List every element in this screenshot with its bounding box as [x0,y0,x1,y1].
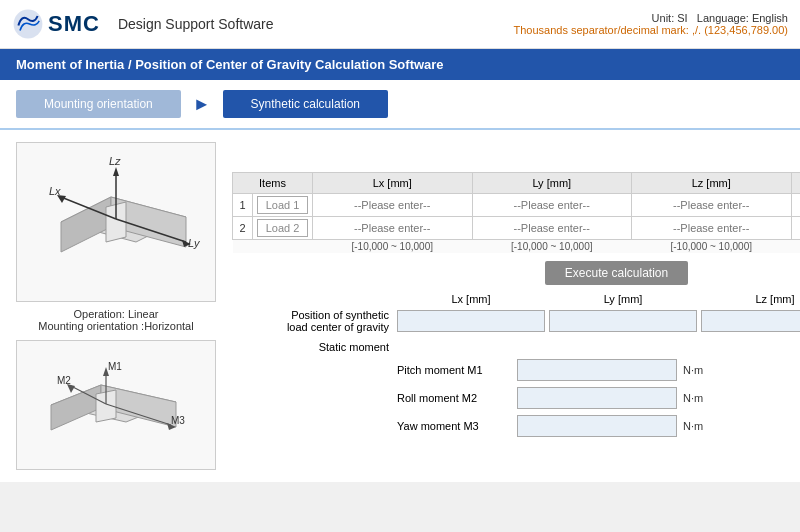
title-text: Moment of Inertia / Position of Center o… [16,57,444,72]
yaw-input[interactable] [517,415,677,437]
row2-ly-cell[interactable] [472,217,632,240]
row2-m-cell[interactable] [791,217,800,240]
svg-text:Lz: Lz [109,155,121,167]
row1-lz-cell[interactable] [632,194,792,217]
col-ly: Ly [mm] [472,173,632,194]
row1-m-input[interactable] [796,199,801,211]
loads-table: Items Lx [mm] Ly [mm] Lz [mm] m [kg] 1 [232,172,800,253]
row1-lx-input[interactable] [317,199,468,211]
left-panel: Lz Lx Ly Operation: Linear Mounting orie… [16,142,216,470]
col-lx: Lx [mm] [313,173,473,194]
svg-marker-2 [61,197,111,252]
range-row: [-10,000 ~ 10,000] [-10,000 ~ 10,000] [-… [233,240,801,254]
title-bar: Moment of Inertia / Position of Center o… [0,49,800,80]
result-col-ly: Ly [mm] [549,293,697,305]
svg-text:M1: M1 [108,361,122,372]
pitch-input[interactable] [517,359,677,381]
step1-button[interactable]: Mounting orientation [16,90,181,118]
operation-line2: Mounting orientation :Horizontal [16,320,216,332]
right-panel: Number of loads 1 2 3 4 Items Lx [mm] Ly… [232,142,800,470]
row1-ly-cell[interactable] [472,194,632,217]
gravity-ly-input[interactable] [549,310,697,332]
table-row: 2 [233,217,801,240]
pitch-unit: N·m [683,364,703,376]
svg-text:Ly: Ly [188,237,201,249]
svg-text:Lx: Lx [49,185,61,197]
range-lz: [-10,000 ~ 10,000] [632,240,792,254]
pitch-moment-row: Pitch moment M1 N·m [232,359,800,381]
pitch-label: Pitch moment M1 [397,364,517,376]
yaw-unit: N·m [683,420,703,432]
roll-input[interactable] [517,387,677,409]
static-moment-label: Static moment [232,341,397,353]
col-items: Items [233,173,313,194]
row1-name-input[interactable] [257,196,308,214]
range-m: [0.001 ~ 10,000] [791,240,800,254]
table-row: 1 [233,194,801,217]
row2-lx-cell[interactable] [313,217,473,240]
gravity-inputs [397,310,800,332]
static-moment-section: Static moment Pitch moment M1 N·m Roll m… [232,341,800,437]
wizard-bar: Mounting orientation ► Synthetic calcula… [0,80,800,130]
language-label: Language: English [697,12,788,24]
row2-m-input[interactable] [796,222,801,234]
main-content: Lz Lx Ly Operation: Linear Mounting orie… [0,130,800,482]
header-info: Unit: SI Language: English Thousands sep… [513,12,788,36]
row2-lz-cell[interactable] [632,217,792,240]
smc-logo: SMC [12,8,100,40]
row1-num: 1 [233,194,253,217]
smc-text: SMC [48,11,100,37]
gravity-lz-input[interactable] [701,310,800,332]
svg-marker-15 [51,385,101,430]
row1-name-cell[interactable] [253,194,313,217]
row1-lx-cell[interactable] [313,194,473,217]
logo-area: SMC Design Support Software [12,8,274,40]
moment-diagram: M1 M2 M3 [31,350,201,460]
row2-lx-input[interactable] [317,222,468,234]
unit-label: Unit: SI [652,12,688,24]
gravity-label: Position of syntheticload center of grav… [232,309,397,333]
static-moment-title-row: Static moment [232,341,800,353]
roll-label: Roll moment M2 [397,392,517,404]
wizard-arrow-icon: ► [193,94,211,115]
result-col-lz: Lz [mm] [701,293,800,305]
range-ly: [-10,000 ~ 10,000] [472,240,632,254]
yaw-moment-row: Yaw moment M3 N·m [232,415,800,437]
thousands-label: Thousands separator/decimal mark: ,/. (1… [513,24,788,36]
row1-ly-input[interactable] [477,199,628,211]
operation-line1: Operation: Linear [16,308,216,320]
row2-name-cell[interactable] [253,217,313,240]
svg-text:M2: M2 [57,375,71,386]
row2-lz-input[interactable] [636,222,787,234]
axis-diagram: Lz Lx Ly [31,152,201,292]
row2-num: 2 [233,217,253,240]
row1-lz-input[interactable] [636,199,787,211]
col-m: m [kg] [791,173,800,194]
diagram-box-2: M1 M2 M3 [16,340,216,470]
step2-button[interactable]: Synthetic calculation [223,90,388,118]
results-section: Lx [mm] Ly [mm] Lz [mm] m [kg] Position … [232,293,800,333]
results-header: Lx [mm] Ly [mm] Lz [mm] m [kg] [232,293,800,305]
num-loads-row: Number of loads 1 2 3 4 [232,142,800,164]
yaw-label: Yaw moment M3 [397,420,517,432]
roll-unit: N·m [683,392,703,404]
result-col-lx: Lx [mm] [397,293,545,305]
svg-text:M3: M3 [171,415,185,426]
row1-m-cell[interactable] [791,194,800,217]
header: SMC Design Support Software Unit: SI Lan… [0,0,800,49]
results-col-headers: Lx [mm] Ly [mm] Lz [mm] m [kg] [397,293,800,305]
gravity-lx-input[interactable] [397,310,545,332]
row2-ly-input[interactable] [477,222,628,234]
smc-logo-icon [12,8,44,40]
operation-text: Operation: Linear Mounting orientation :… [16,308,216,332]
row2-name-input[interactable] [257,219,308,237]
svg-marker-6 [113,167,119,176]
gravity-row: Position of syntheticload center of grav… [232,309,800,333]
execute-button[interactable]: Execute calculation [545,261,688,285]
range-lx: [-10,000 ~ 10,000] [313,240,473,254]
app-title: Design Support Software [118,16,274,32]
diagram-box-1: Lz Lx Ly [16,142,216,302]
roll-moment-row: Roll moment M2 N·m [232,387,800,409]
col-lz: Lz [mm] [632,173,792,194]
